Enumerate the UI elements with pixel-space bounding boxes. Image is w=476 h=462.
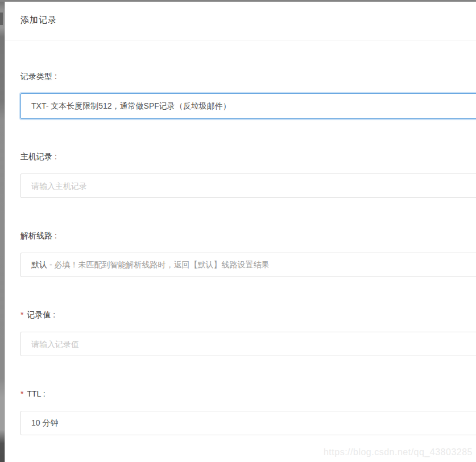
record-value-label-text: 记录值 :	[27, 310, 55, 319]
screen-top-edge	[0, 0, 476, 2]
host-record-input[interactable]	[20, 174, 476, 198]
resolution-line-select[interactable]: 默认 - 必填！未匹配到智能解析线路时，返回【默认】线路设置结果	[20, 253, 476, 277]
drawer-title: 添加记录	[20, 15, 57, 26]
record-value-input[interactable]	[20, 332, 476, 356]
backdrop-page-remnant	[0, 13, 3, 25]
form-group-host-record: 主机记录 :	[20, 151, 476, 198]
add-record-drawer: 添加记录 记录类型 : TXT- 文本长度限制512，通常做SPF记录（反垃圾邮…	[5, 0, 476, 462]
resolution-line-hint: - 必填！未匹配到智能解析线路时，返回【默认】线路设置结果	[47, 260, 269, 270]
record-type-label: 记录类型 :	[20, 71, 476, 82]
ttl-label: *TTL :	[20, 388, 476, 399]
watermark-url: https://blog.csdn.net/qq_43803285	[324, 447, 473, 457]
add-record-form: 记录类型 : TXT- 文本长度限制512，通常做SPF记录（反垃圾邮件） 主机…	[5, 40, 476, 435]
ttl-select[interactable]: 10 分钟	[20, 411, 476, 435]
host-record-label: 主机记录 :	[20, 151, 476, 162]
ttl-value: 10 分钟	[31, 418, 58, 428]
host-record-label-text: 主机记录 :	[20, 152, 57, 161]
resolution-line-value: 默认	[31, 260, 47, 270]
form-group-resolution-line: 解析线路 : 默认 - 必填！未匹配到智能解析线路时，返回【默认】线路设置结果	[20, 230, 476, 277]
record-type-label-text: 记录类型 :	[20, 72, 57, 81]
required-marker: *	[20, 389, 23, 398]
ttl-label-text: TTL :	[27, 389, 45, 398]
form-group-ttl: *TTL : 10 分钟	[20, 388, 476, 435]
resolution-line-label-text: 解析线路 :	[20, 231, 57, 240]
form-group-record-type: 记录类型 : TXT- 文本长度限制512，通常做SPF记录（反垃圾邮件）	[20, 71, 476, 119]
required-marker: *	[20, 310, 23, 319]
resolution-line-label: 解析线路 :	[20, 230, 476, 241]
drawer-header: 添加记录	[5, 0, 476, 40]
dimmed-backdrop[interactable]	[0, 0, 5, 462]
record-type-select[interactable]: TXT- 文本长度限制512，通常做SPF记录（反垃圾邮件）	[20, 93, 476, 119]
record-value-label: *记录值 :	[20, 309, 476, 320]
form-group-record-value: *记录值 :	[20, 309, 476, 356]
record-type-value: TXT- 文本长度限制512，通常做SPF记录（反垃圾邮件）	[31, 101, 231, 112]
